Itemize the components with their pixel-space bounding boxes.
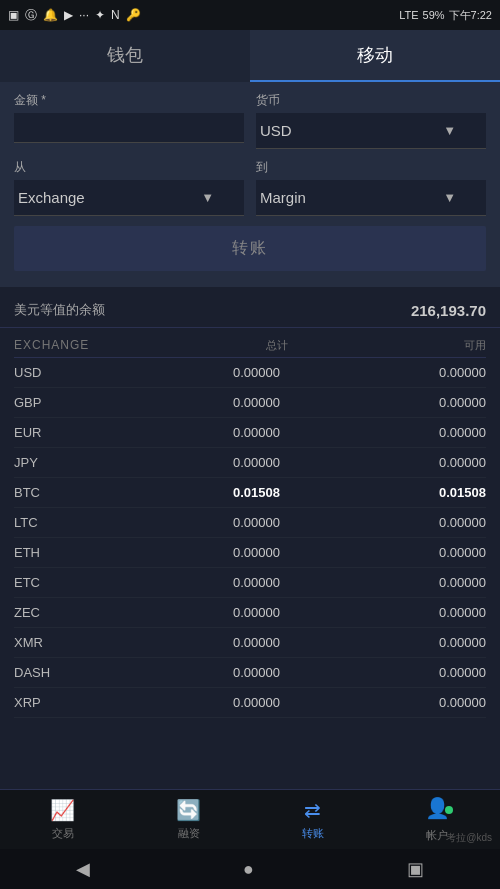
home-button[interactable]: ● <box>243 859 254 880</box>
play-icon: ▶ <box>64 8 73 22</box>
total-cell: 0.00000 <box>200 545 280 560</box>
form-area: 金额 * 货币 USD ▼ 从 Exchange ▼ 到 Margin ▼ <box>0 82 500 287</box>
table-row: XMR 0.00000 0.00000 <box>14 628 486 658</box>
amount-input[interactable] <box>14 113 244 143</box>
transfer-label: 转账 <box>302 826 324 841</box>
currency-cell: GBP <box>14 395 74 410</box>
amount-label: 金额 * <box>14 92 244 109</box>
nav-trade[interactable]: 📈 交易 <box>50 798 75 841</box>
to-value: Margin <box>260 189 306 206</box>
watermark: 考拉@kds <box>446 831 492 845</box>
currency-cell: ZEC <box>14 605 74 620</box>
top-tabs: 钱包 移动 <box>0 30 500 82</box>
available-header: 可用 <box>406 338 486 353</box>
table-row: BTC 0.01508 0.01508 <box>14 478 486 508</box>
tab-move[interactable]: 移动 <box>250 30 500 82</box>
exchange-rows-container: USD 0.00000 0.00000 GBP 0.00000 0.00000 … <box>14 358 486 718</box>
to-group: 到 Margin ▼ <box>256 159 486 216</box>
currency-cell: XMR <box>14 635 74 650</box>
status-bar: ▣ Ⓖ 🔔 ▶ ··· ✦ N 🔑 LTE 59% 下午7:22 <box>0 0 500 30</box>
app-icon-2: Ⓖ <box>25 7 37 24</box>
to-select[interactable]: Margin ▼ <box>256 180 486 216</box>
available-cell: 0.00000 <box>406 635 486 650</box>
available-cell: 0.01508 <box>406 485 486 500</box>
available-cell: 0.00000 <box>406 695 486 710</box>
transfer-btn-row: 转账 <box>14 226 486 271</box>
app-icon-1: ▣ <box>8 8 19 22</box>
exchange-title: EXCHANGE <box>14 338 89 353</box>
table-row: JPY 0.00000 0.00000 <box>14 448 486 478</box>
transfer-icon: ⇄ <box>304 798 321 822</box>
table-row: LTC 0.00000 0.00000 <box>14 508 486 538</box>
status-right-info: LTE 59% 下午7:22 <box>399 8 492 23</box>
key-icon: 🔑 <box>126 8 141 22</box>
total-cell: 0.00000 <box>200 695 280 710</box>
total-cell: 0.00000 <box>200 365 280 380</box>
available-cell: 0.00000 <box>406 395 486 410</box>
currency-arrow-icon: ▼ <box>443 123 456 138</box>
account-label: 帐户 <box>426 828 448 843</box>
account-dot <box>445 806 453 814</box>
currency-group: 货币 USD ▼ <box>256 92 486 149</box>
to-label: 到 <box>256 159 486 176</box>
available-cell: 0.00000 <box>406 455 486 470</box>
available-cell: 0.00000 <box>406 545 486 560</box>
back-button[interactable]: ◀ <box>76 858 90 880</box>
currency-cell: EUR <box>14 425 74 440</box>
currency-cell: USD <box>14 365 74 380</box>
total-cell: 0.00000 <box>200 515 280 530</box>
from-value: Exchange <box>18 189 85 206</box>
currency-cell: JPY <box>14 455 74 470</box>
total-cell: 0.00000 <box>200 425 280 440</box>
from-to-row: 从 Exchange ▼ 到 Margin ▼ <box>14 159 486 216</box>
available-cell: 0.00000 <box>406 575 486 590</box>
table-row: ETH 0.00000 0.00000 <box>14 538 486 568</box>
currency-cell: DASH <box>14 665 74 680</box>
recent-button[interactable]: ▣ <box>407 858 424 880</box>
total-cell: 0.00000 <box>200 665 280 680</box>
dots-icon: ··· <box>79 8 89 22</box>
currency-cell: LTC <box>14 515 74 530</box>
currency-label: 货币 <box>256 92 486 109</box>
from-arrow-icon: ▼ <box>201 190 214 205</box>
trade-label: 交易 <box>52 826 74 841</box>
transfer-button[interactable]: 转账 <box>14 226 486 271</box>
tab-wallet[interactable]: 钱包 <box>0 30 250 82</box>
total-cell: 0.00000 <box>200 395 280 410</box>
currency-value: USD <box>260 122 292 139</box>
table-row: ZEC 0.00000 0.00000 <box>14 598 486 628</box>
currency-cell: BTC <box>14 485 74 500</box>
from-group: 从 Exchange ▼ <box>14 159 244 216</box>
system-nav-bar: ◀ ● ▣ <box>0 849 500 889</box>
nav-transfer[interactable]: ⇄ 转账 <box>302 798 324 841</box>
table-row: ETC 0.00000 0.00000 <box>14 568 486 598</box>
bluetooth-icon: ✦ <box>95 8 105 22</box>
available-cell: 0.00000 <box>406 425 486 440</box>
table-row: DASH 0.00000 0.00000 <box>14 658 486 688</box>
from-select[interactable]: Exchange ▼ <box>14 180 244 216</box>
signal-lte: LTE <box>399 9 418 21</box>
total-cell: 0.01508 <box>200 485 280 500</box>
nav-funding[interactable]: 🔄 融资 <box>176 798 201 841</box>
battery-icon: 59% <box>423 9 445 21</box>
balance-section: 美元等值的余额 216,193.70 <box>0 287 500 328</box>
notification-icon: 🔔 <box>43 8 58 22</box>
available-cell: 0.00000 <box>406 665 486 680</box>
currency-cell: XRP <box>14 695 74 710</box>
total-cell: 0.00000 <box>200 575 280 590</box>
total-cell: 0.00000 <box>200 635 280 650</box>
amount-group: 金额 * <box>14 92 244 149</box>
total-cell: 0.00000 <box>200 605 280 620</box>
exchange-section: EXCHANGE 总计 可用 USD 0.00000 0.00000 GBP 0… <box>0 328 500 718</box>
table-row: XRP 0.00000 0.00000 <box>14 688 486 718</box>
nfc-icon: N <box>111 8 120 22</box>
balance-value: 216,193.70 <box>411 302 486 319</box>
balance-label: 美元等值的余额 <box>14 301 105 319</box>
available-cell: 0.00000 <box>406 605 486 620</box>
funding-label: 融资 <box>178 826 200 841</box>
table-row: USD 0.00000 0.00000 <box>14 358 486 388</box>
total-header: 总计 <box>208 338 288 353</box>
available-cell: 0.00000 <box>406 515 486 530</box>
table-row: GBP 0.00000 0.00000 <box>14 388 486 418</box>
currency-select[interactable]: USD ▼ <box>256 113 486 149</box>
